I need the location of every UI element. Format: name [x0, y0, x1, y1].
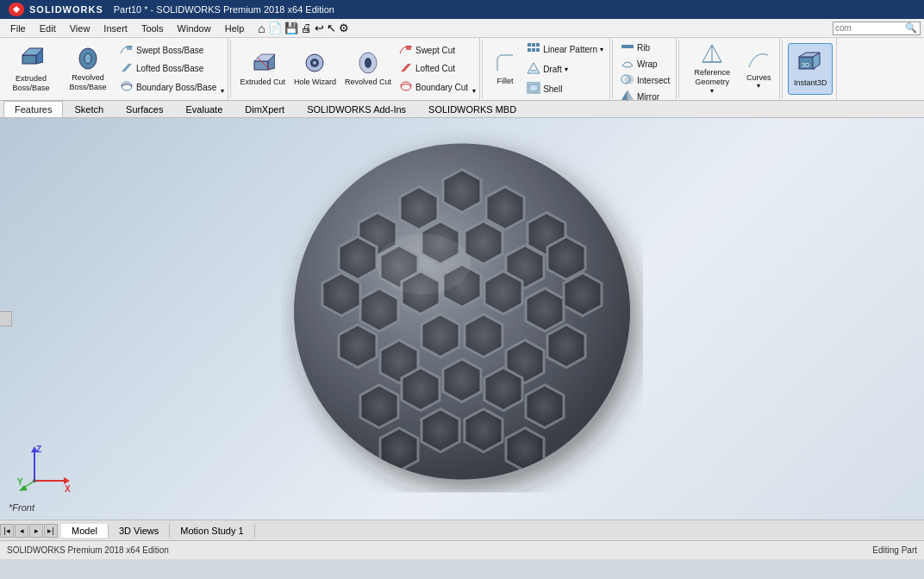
extruded-boss-base-button[interactable]: Extruded Boss/Base	[3, 43, 59, 95]
undo-icon[interactable]: ↩	[315, 22, 324, 34]
mirror-button[interactable]: Mirror	[618, 89, 672, 104]
revolved-cut-label: Revolved Cut	[345, 78, 391, 87]
menu-tools[interactable]: Tools	[134, 22, 171, 35]
tab-prev-button[interactable]: ◂	[15, 524, 28, 538]
menu-view[interactable]: View	[63, 22, 97, 35]
boss-base-dropdown-arrow[interactable]: ▾	[221, 87, 224, 95]
rib-button[interactable]: Rib	[618, 40, 672, 55]
swept-cut-button[interactable]: Swept Cut	[396, 42, 471, 59]
tab-surfaces[interactable]: Surfaces	[115, 101, 174, 117]
revolved-boss-base-button[interactable]: Revolved Boss/Base	[60, 43, 116, 95]
wrap-button[interactable]: Wrap	[618, 56, 672, 72]
ribbon-div-3	[612, 40, 613, 98]
svg-rect-0	[22, 55, 36, 64]
view-label: *Front	[9, 502, 34, 513]
swept-boss-base-button[interactable]: Swept Boss/Base	[117, 42, 219, 59]
menu-window[interactable]: Window	[171, 22, 218, 35]
settings-icon[interactable]: ⚙	[339, 22, 349, 34]
menu-bar: File Edit View Insert Tools Window Help …	[0, 19, 924, 38]
svg-marker-18	[401, 64, 411, 72]
extruded-cut-button[interactable]: Extruded Cut	[236, 43, 289, 95]
viewport[interactable]: Z X Y *Front	[0, 118, 924, 520]
svg-marker-35	[628, 91, 634, 100]
tab-first-button[interactable]: |◂	[0, 524, 14, 538]
draft-dd[interactable]: ▾	[565, 65, 568, 73]
home-icon[interactable]: ⌂	[258, 22, 265, 35]
search-input[interactable]	[833, 23, 902, 33]
new-icon[interactable]: 📄	[268, 22, 282, 34]
tab-features[interactable]: Features	[3, 101, 63, 117]
hole-wizard-button[interactable]: Hole Wizard	[290, 43, 340, 95]
tab-solidworks-mbd[interactable]: SOLIDWORKS MBD	[417, 101, 528, 117]
boss-base-dropdown-column: Swept Boss/Base Lofted Boss/Base Boundar…	[117, 40, 219, 98]
reference-geometry-button[interactable]: Reference Geometry ▾	[684, 41, 740, 96]
tab-sketch[interactable]: Sketch	[63, 101, 115, 117]
select-icon[interactable]: ↖	[327, 22, 336, 34]
fillet-icon	[494, 52, 516, 76]
boundary-cut-button[interactable]: Boundary Cut	[396, 79, 471, 96]
cut-dropdown-arrow[interactable]: ▾	[472, 87, 476, 95]
svg-rect-25	[536, 48, 540, 52]
intersect-label: Intersect	[637, 76, 670, 85]
revolved-cut-button[interactable]: Revolved Cut	[341, 43, 395, 95]
menu-file[interactable]: File	[3, 22, 33, 35]
solidworks-text: SOLIDWORKS	[29, 4, 103, 15]
solidworks-logo-icon	[7, 2, 26, 17]
swept-boss-base-icon	[120, 43, 134, 58]
title-bar: SOLIDWORKS Part10 * - SOLIDWORKS Premium…	[0, 0, 924, 19]
svg-point-19	[401, 82, 411, 90]
curves-button[interactable]: Curves ▾	[741, 43, 776, 95]
lofted-cut-label: Lofted Cut	[415, 64, 455, 73]
curves-icon	[747, 48, 770, 72]
tab-solidworks-addins[interactable]: SOLIDWORKS Add-Ins	[296, 101, 417, 117]
shell-button[interactable]: Shell	[524, 81, 606, 96]
3d-sphere	[281, 131, 643, 493]
fillet-button[interactable]: Fillet	[488, 43, 522, 95]
rib-label: Rib	[637, 43, 650, 53]
revolved-cut-icon	[356, 51, 380, 77]
ribbon-section-instant3d: 3D Instant3D	[784, 38, 837, 100]
search-icon[interactable]: 🔍	[902, 22, 920, 34]
svg-text:3D: 3D	[802, 62, 809, 68]
search-box[interactable]: 🔍	[833, 22, 921, 35]
menu-help[interactable]: Help	[218, 22, 252, 35]
bottom-tab-motion-study[interactable]: Motion Study 1	[170, 524, 254, 538]
wrap-icon	[621, 57, 634, 71]
boundary-boss-base-label: Boundary Boss/Base	[136, 83, 216, 92]
tab-next-button[interactable]: ▸	[29, 524, 43, 538]
lofted-cut-button[interactable]: Lofted Cut	[396, 60, 471, 77]
draft-label: Draft	[543, 65, 562, 74]
instant3d-button[interactable]: 3D Instant3D	[788, 43, 833, 95]
print-icon[interactable]: 🖨	[301, 22, 312, 34]
lofted-boss-base-button[interactable]: Lofted Boss/Base	[117, 60, 219, 77]
linear-pattern-button[interactable]: Linear Pattern ▾	[524, 41, 606, 57]
draft-button[interactable]: Draft ▾	[524, 61, 606, 77]
svg-point-16	[365, 58, 371, 68]
menu-edit[interactable]: Edit	[33, 22, 63, 35]
shell-label: Shell	[543, 84, 562, 94]
rib-icon	[621, 40, 634, 54]
svg-point-32	[625, 75, 634, 84]
boundary-boss-base-button[interactable]: Boundary Boss/Base	[117, 79, 219, 96]
svg-marker-6	[122, 64, 132, 72]
ribbon-div-5	[782, 40, 783, 98]
tab-last-button[interactable]: ▸|	[44, 524, 58, 538]
tab-bar: Features Sketch Surfaces Evaluate DimXpe…	[0, 101, 924, 118]
side-panel-tab[interactable]	[0, 311, 12, 327]
svg-point-79	[376, 234, 471, 295]
ribbon-section-boss-base: Extruded Boss/Base Revolved Boss/Base Sw…	[0, 38, 228, 100]
svg-marker-84	[64, 477, 70, 484]
intersect-button[interactable]: Intersect	[618, 72, 672, 88]
curves-dd[interactable]: ▾	[757, 82, 760, 90]
tab-dimxpert[interactable]: DimXpert	[234, 101, 296, 117]
bottom-tab-3dviews[interactable]: 3D Views	[109, 524, 170, 538]
ref-geo-dd[interactable]: ▾	[710, 87, 714, 95]
bottom-tab-model[interactable]: Model	[61, 524, 109, 538]
linear-pattern-dd[interactable]: ▾	[600, 46, 603, 53]
status-bar: SOLIDWORKS Premium 2018 x64 Edition Edit…	[0, 540, 924, 559]
lofted-boss-base-icon	[120, 61, 134, 76]
tab-evaluate[interactable]: Evaluate	[174, 101, 234, 117]
draft-icon	[527, 62, 540, 76]
save-icon[interactable]: 💾	[284, 22, 298, 34]
menu-insert[interactable]: Insert	[97, 22, 134, 35]
